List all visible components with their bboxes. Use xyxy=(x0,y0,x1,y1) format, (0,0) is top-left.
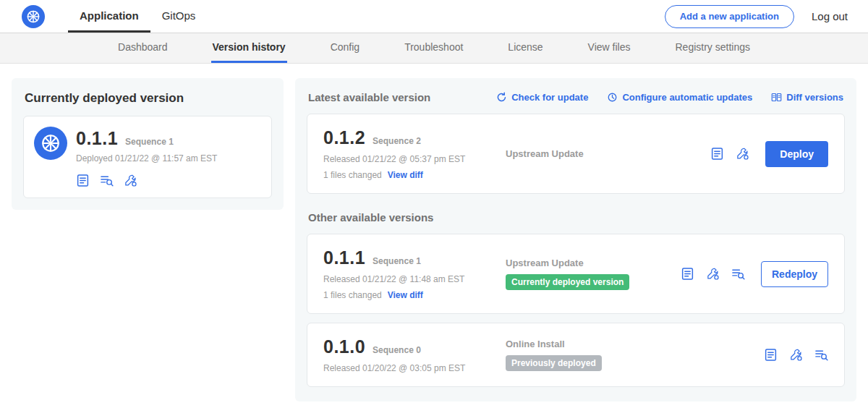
app-logo-wrap xyxy=(0,0,45,33)
view-diff-link[interactable]: View diff xyxy=(388,290,423,300)
tab-application[interactable]: Application xyxy=(68,0,150,33)
redeploy-button[interactable]: Redeploy xyxy=(761,261,828,287)
version-card-0-1-2: 0.1.2 Sequence 2 Released 01/21/22 @ 05:… xyxy=(307,114,845,194)
diff-versions-label: Diff versions xyxy=(786,92,843,103)
source-label: Upstream Update xyxy=(506,258,584,268)
version-number: 0.1.0 xyxy=(323,336,365,357)
version-number: 0.1.1 xyxy=(323,247,365,268)
version-actions xyxy=(764,348,828,362)
app-icon xyxy=(34,127,67,160)
files-changed: 1 files changed xyxy=(323,290,382,300)
files-changed: 1 files changed xyxy=(323,170,382,180)
edit-config-icon[interactable] xyxy=(789,348,803,362)
top-navigation-bar: Application GitOps Add a new application… xyxy=(0,0,868,33)
released-timestamp: Released 01/20/22 @ 03:05 pm EST xyxy=(323,363,506,373)
deploy-button[interactable]: Deploy xyxy=(765,141,828,167)
available-panel-header: Latest available version Check for updat… xyxy=(308,91,843,103)
subnav-config[interactable]: Config xyxy=(329,33,361,63)
view-files-icon[interactable] xyxy=(814,348,828,362)
version-sequence: Sequence 2 xyxy=(373,136,421,146)
currently-deployed-panel: Currently deployed version 0.1.1 Sequenc… xyxy=(12,78,284,210)
topbar-right: Add a new application Log out xyxy=(665,0,868,33)
tab-gitops-label: GitOps xyxy=(162,9,196,22)
released-timestamp: Released 01/21/22 @ 11:48 am EST xyxy=(323,274,506,284)
deployed-timestamp: Deployed 01/21/22 @ 11:57 am EST xyxy=(76,153,217,163)
version-source: Upstream Update Currently deployed versi… xyxy=(506,258,681,290)
deployed-version-number: 0.1.1 xyxy=(76,128,118,149)
primary-tabs: Application GitOps xyxy=(68,0,207,33)
version-card-0-1-0: 0.1.0 Sequence 0 Released 01/20/22 @ 03:… xyxy=(307,323,845,387)
deployed-version-card: 0.1.1 Sequence 1 Deployed 01/21/22 @ 11:… xyxy=(23,116,272,198)
subnav-dashboard[interactable]: Dashboard xyxy=(116,33,169,63)
version-sequence: Sequence 1 xyxy=(373,256,421,266)
latest-available-title: Latest available version xyxy=(308,91,430,103)
subnav-license[interactable]: License xyxy=(506,33,544,63)
source-label: Online Install xyxy=(506,339,565,349)
configure-automatic-updates-label: Configure automatic updates xyxy=(622,92,752,103)
main-content: Currently deployed version 0.1.1 Sequenc… xyxy=(0,64,868,408)
other-available-versions-title: Other available versions xyxy=(308,211,843,224)
edit-config-icon[interactable] xyxy=(706,267,720,281)
deployed-actions xyxy=(76,174,217,187)
refresh-icon xyxy=(496,92,507,103)
edit-config-icon[interactable] xyxy=(736,147,749,161)
view-files-icon[interactable] xyxy=(731,267,745,281)
tab-gitops[interactable]: GitOps xyxy=(150,0,208,33)
schedule-icon xyxy=(607,92,618,103)
view-files-icon[interactable] xyxy=(100,174,114,187)
kubernetes-logo-icon xyxy=(22,5,45,28)
version-sequence: Sequence 0 xyxy=(373,345,421,355)
logout-link[interactable]: Log out xyxy=(812,10,848,22)
subnav-version-history[interactable]: Version history xyxy=(211,33,287,63)
view-diff-link[interactable]: View diff xyxy=(388,170,423,180)
deployed-sequence: Sequence 1 xyxy=(125,137,174,147)
release-notes-icon[interactable] xyxy=(710,147,724,161)
version-info: 0.1.0 Sequence 0 Released 01/20/22 @ 03:… xyxy=(323,336,506,373)
add-application-button[interactable]: Add a new application xyxy=(665,5,794,28)
diff-icon xyxy=(771,92,782,103)
version-actions: Redeploy xyxy=(681,261,828,287)
version-info: 0.1.1 Sequence 1 Released 01/21/22 @ 11:… xyxy=(323,247,506,300)
version-number: 0.1.2 xyxy=(323,127,365,148)
previously-deployed-badge: Previously deployed xyxy=(506,355,602,371)
version-source: Upstream Update xyxy=(506,148,710,159)
app-sub-navigation: Dashboard Version history Config Trouble… xyxy=(0,33,868,64)
currently-deployed-badge: Currently deployed version xyxy=(506,274,629,290)
version-card-0-1-1: 0.1.1 Sequence 1 Released 01/21/22 @ 11:… xyxy=(307,234,845,314)
subnav-troubleshoot[interactable]: Troubleshoot xyxy=(403,33,464,63)
subnav-view-files[interactable]: View files xyxy=(587,33,632,63)
deployed-version-info: 0.1.1 Sequence 1 Deployed 01/21/22 @ 11:… xyxy=(76,127,217,187)
edit-config-icon[interactable] xyxy=(124,174,137,187)
version-info: 0.1.2 Sequence 2 Released 01/21/22 @ 05:… xyxy=(323,127,506,180)
version-actions: Deploy xyxy=(710,141,828,167)
release-notes-icon[interactable] xyxy=(764,348,778,362)
source-label: Upstream Update xyxy=(506,148,584,159)
tab-application-label: Application xyxy=(80,9,139,22)
subnav-registry-settings[interactable]: Registry settings xyxy=(674,33,752,63)
check-for-update-label: Check for update xyxy=(511,92,588,103)
release-notes-icon[interactable] xyxy=(681,267,694,281)
check-for-update-button[interactable]: Check for update xyxy=(496,92,588,103)
configure-automatic-updates-button[interactable]: Configure automatic updates xyxy=(607,92,752,103)
available-versions-panel: Latest available version Check for updat… xyxy=(295,78,856,401)
release-notes-icon[interactable] xyxy=(76,174,90,187)
panel-header-actions: Check for update Configure automatic upd… xyxy=(496,92,843,103)
diff-versions-button[interactable]: Diff versions xyxy=(771,92,843,103)
version-source: Online Install Previously deployed xyxy=(506,339,764,371)
released-timestamp: Released 01/21/22 @ 05:37 pm EST xyxy=(323,154,506,164)
currently-deployed-title: Currently deployed version xyxy=(25,91,271,106)
